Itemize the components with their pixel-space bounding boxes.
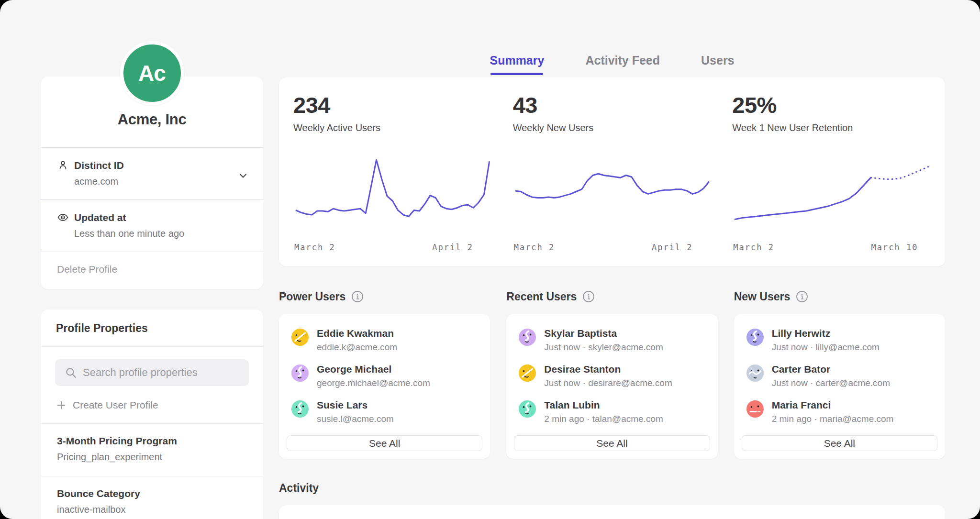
property-label: 3-Month Pricing Program [57, 435, 247, 447]
plus-icon [56, 400, 67, 410]
stat-value: 234 [293, 92, 492, 118]
updated-at-row: Updated at Less than one minute ago [41, 200, 263, 252]
activity-card: 2349403.4k [279, 505, 945, 519]
x-tick-end: April 2 [652, 243, 693, 252]
user-row[interactable]: George Michael george.michael@acme.com [291, 364, 478, 388]
person-icon [57, 159, 69, 171]
tab-users[interactable]: Users [701, 54, 735, 75]
x-tick-start: March 2 [733, 243, 774, 252]
stat-column: 25% Week 1 New User Retention March 2 Ma… [732, 92, 931, 256]
x-tick-end: April 2 [432, 243, 473, 252]
stat-value: 25% [732, 92, 931, 118]
stat-label: Week 1 New User Retention [732, 122, 931, 133]
company-avatar: Ac [120, 41, 184, 105]
property-item[interactable]: Bounce Category inactive-mailbox [41, 476, 263, 519]
field-label: Updated at [74, 212, 126, 223]
sidebar: Ac Acme, Inc Distinct ID acme.com [41, 0, 263, 519]
x-tick-start: March 2 [514, 243, 555, 252]
chart-x-axis: March 2 April 2 [293, 243, 492, 256]
user-avatar-icon [291, 400, 309, 418]
user-avatar-icon [746, 364, 764, 382]
chevron-down-icon[interactable] [237, 170, 249, 181]
user-row[interactable]: Lilly Herwitz Just now · lilly@acme.com [746, 328, 933, 353]
delete-profile-button[interactable]: Delete Profile [41, 252, 263, 289]
user-detail: george.michael@acme.com [317, 378, 430, 388]
user-list-card: Lilly Herwitz Just now · lilly@acme.com … [734, 314, 945, 459]
user-name: Talan Lubin [544, 399, 663, 411]
user-row[interactable]: Desirae Stanton Just now · desirare@acme… [519, 364, 705, 388]
chart-x-axis: March 2 April 2 [513, 243, 712, 256]
property-value: Pricing_plan_experiment [57, 452, 247, 463]
user-row[interactable]: Susie Lars susie.l@acme.com [291, 399, 478, 424]
user-detail: 2 min ago · maria@acme.com [772, 414, 894, 424]
user-row[interactable]: Carter Bator Just now · carter@acme.com [746, 364, 933, 388]
trend-line-chart [513, 154, 712, 236]
user-row[interactable]: Maria Franci 2 min ago · maria@acme.com [746, 399, 933, 424]
user-detail: Just now · desirare@acme.com [544, 378, 672, 388]
user-avatar-icon [519, 400, 536, 418]
profile-properties-card: Profile Properties Create User Profile 3… [41, 309, 263, 519]
user-section-new-users: New Users Lilly Herwitz Just now · lilly… [734, 288, 945, 459]
section-title: Power Users [279, 290, 345, 303]
summary-overview-card: 234 Weekly Active Users March 2 April 2 … [279, 77, 945, 266]
field-value: Less than one minute ago [74, 228, 247, 239]
tab-summary[interactable]: Summary [490, 54, 544, 75]
stat-label: Weekly New Users [513, 122, 712, 133]
user-avatar-icon [746, 329, 764, 346]
info-icon[interactable] [582, 290, 595, 303]
stat-column: 234 Weekly Active Users March 2 April 2 [293, 92, 492, 256]
field-label: Distinct ID [74, 160, 124, 171]
user-avatar-icon [519, 329, 536, 346]
profile-dashboard: Ac Acme, Inc Distinct ID acme.com [0, 0, 980, 519]
user-name: Eddie Kwakman [317, 328, 397, 339]
user-name: Skylar Baptista [544, 328, 663, 339]
user-row[interactable]: Eddie Kwakman eddie.k@acme.com [291, 328, 478, 353]
user-name: Maria Franci [772, 399, 894, 411]
tab-activity-feed[interactable]: Activity Feed [585, 54, 660, 75]
user-detail: Just now · carter@acme.com [772, 378, 890, 388]
activity-section-title: Activity [279, 482, 945, 495]
eye-icon [57, 211, 69, 223]
see-all-button[interactable]: See All [514, 435, 710, 451]
user-row[interactable]: Skylar Baptista Just now · skyler@acme.c… [519, 328, 705, 353]
user-detail: susie.l@acme.com [317, 414, 394, 424]
trend-line-chart [293, 154, 492, 236]
user-name: Lilly Herwitz [772, 328, 880, 339]
profile-properties-title: Profile Properties [41, 309, 263, 346]
user-name: Susie Lars [317, 399, 394, 411]
main-content: Summary Activity Feed Users 234 Weekly A… [279, 0, 945, 519]
section-title: New Users [734, 290, 791, 303]
search-profile-properties-input[interactable] [55, 359, 249, 386]
trend-line-chart [732, 154, 931, 236]
create-user-profile-button[interactable]: Create User Profile [41, 386, 263, 423]
user-detail: eddie.k@acme.com [317, 342, 397, 353]
user-name: George Michael [317, 364, 430, 375]
search-icon [65, 366, 77, 379]
divider [41, 346, 263, 347]
x-tick-start: March 2 [294, 243, 335, 252]
user-name: Desirae Stanton [544, 364, 672, 375]
user-name: Carter Bator [772, 364, 890, 375]
section-title: Recent Users [506, 290, 577, 303]
company-name: Acme, Inc [41, 111, 263, 128]
create-user-profile-label: Create User Profile [73, 399, 158, 411]
info-icon[interactable] [796, 290, 808, 303]
see-all-button[interactable]: See All [742, 435, 937, 451]
stat-label: Weekly Active Users [293, 122, 492, 133]
field-value: acme.com [74, 176, 247, 187]
see-all-button[interactable]: See All [287, 435, 482, 451]
info-icon[interactable] [351, 290, 364, 303]
user-section-power-users: Power Users Eddie Kwakman eddie.k@acme.c… [279, 288, 490, 459]
company-avatar-initials: Ac [138, 60, 166, 86]
x-tick-end: March 10 [871, 243, 918, 252]
tab-bar: Summary Activity Feed Users [279, 0, 945, 75]
property-label: Bounce Category [57, 488, 247, 499]
property-item[interactable]: 3-Month Pricing Program Pricing_plan_exp… [41, 424, 263, 476]
distinct-id-row[interactable]: Distinct ID acme.com [41, 148, 263, 199]
user-row[interactable]: Talan Lubin 2 min ago · talan@acme.com [519, 399, 705, 424]
user-list-card: Skylar Baptista Just now · skyler@acme.c… [506, 314, 717, 459]
user-avatar-icon [291, 329, 309, 346]
chart-x-axis: March 2 March 10 [732, 243, 931, 256]
user-detail: 2 min ago · talan@acme.com [544, 414, 663, 424]
user-avatar-icon [519, 364, 536, 382]
